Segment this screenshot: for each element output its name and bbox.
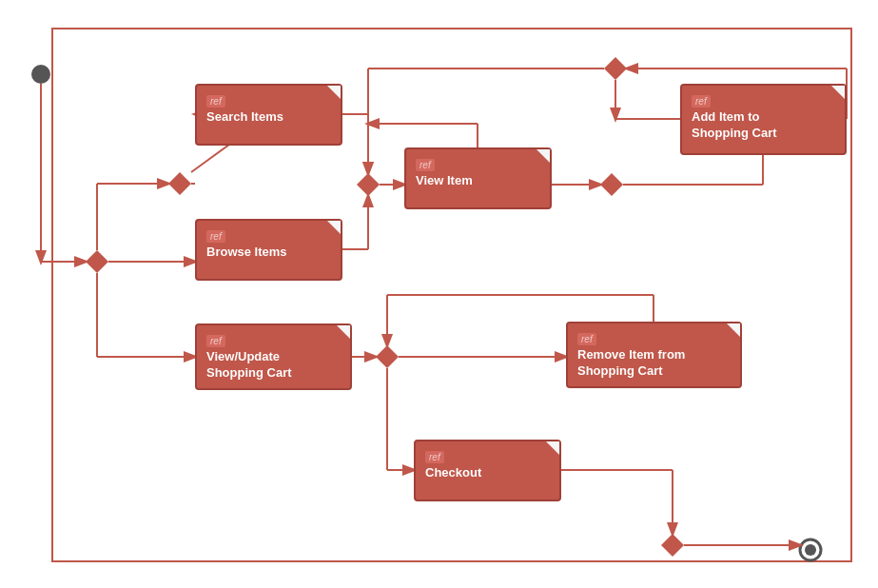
add-item-cart-node: ref Add Item toShopping Cart bbox=[680, 84, 847, 155]
checkout-node: ref Checkout bbox=[414, 440, 561, 501]
svg-marker-6 bbox=[357, 173, 380, 196]
search-items-label: Search Items bbox=[206, 109, 331, 126]
view-item-node: ref View Item bbox=[404, 147, 552, 209]
svg-marker-10 bbox=[661, 534, 684, 557]
add-item-cart-label: Add Item toShopping Cart bbox=[692, 109, 835, 142]
svg-marker-9 bbox=[376, 345, 399, 368]
browse-items-ref: ref bbox=[206, 230, 225, 243]
checkout-ref: ref bbox=[425, 451, 444, 463]
browse-items-node: ref Browse Items bbox=[195, 219, 342, 281]
view-update-cart-node: ref View/UpdateShopping Cart bbox=[195, 323, 352, 390]
view-item-ref: ref bbox=[416, 159, 435, 171]
svg-point-1 bbox=[31, 65, 50, 84]
svg-marker-8 bbox=[600, 173, 623, 196]
diagram-canvas: ref Search Items ref Browse Items ref Vi… bbox=[0, 0, 878, 588]
remove-item-cart-ref: ref bbox=[577, 333, 596, 345]
view-update-cart-ref: ref bbox=[206, 335, 225, 347]
svg-point-3 bbox=[805, 544, 816, 556]
remove-item-cart-label: Remove Item fromShopping Cart bbox=[577, 347, 731, 380]
svg-marker-5 bbox=[86, 250, 108, 273]
svg-marker-4 bbox=[168, 172, 191, 195]
checkout-label: Checkout bbox=[425, 465, 550, 481]
search-items-ref: ref bbox=[206, 95, 225, 108]
svg-marker-7 bbox=[604, 57, 627, 80]
view-update-cart-label: View/UpdateShopping Cart bbox=[206, 349, 341, 382]
add-item-cart-ref: ref bbox=[692, 95, 711, 108]
remove-item-cart-node: ref Remove Item fromShopping Cart bbox=[566, 322, 742, 388]
search-items-node: ref Search Items bbox=[195, 84, 342, 146]
view-item-label: View Item bbox=[416, 173, 540, 189]
browse-items-label: Browse Items bbox=[206, 245, 331, 261]
